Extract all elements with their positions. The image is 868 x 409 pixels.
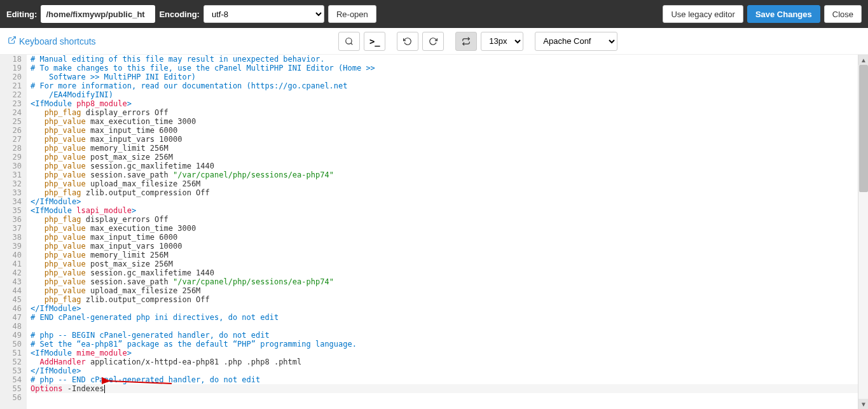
code-line[interactable]: Software >> MultiPHP INI Editor) (31, 73, 868, 81)
line-number: 35 (0, 206, 22, 215)
topbar-left: Editing: Encoding: utf-8 Re-open (6, 5, 376, 23)
code-line[interactable] (31, 322, 868, 331)
encoding-select[interactable]: utf-8 (203, 5, 324, 23)
code-line[interactable]: php_value max_execution_time 3000 (31, 117, 868, 126)
line-number: 50 (0, 340, 22, 349)
code-line[interactable]: # Manual editing of this file may result… (31, 55, 868, 64)
code-line[interactable]: php_flag display_errors Off (31, 108, 868, 117)
redo-button[interactable] (422, 32, 444, 51)
scrollbar-thumb[interactable] (859, 65, 868, 192)
line-number: 32 (0, 179, 22, 188)
code-line[interactable]: php_value post_max_size 256M (31, 260, 868, 268)
code-line[interactable]: <IfModule php8_module> (31, 99, 868, 108)
code-line[interactable]: # To make changes to this file, use the … (31, 64, 868, 73)
code-line[interactable]: php_flag display_errors Off (31, 215, 868, 224)
code-line[interactable]: php_value memory_limit 256M (31, 251, 868, 260)
line-number: 23 (0, 99, 22, 108)
scroll-up-icon[interactable]: ▲ (858, 55, 868, 65)
scroll-down-icon[interactable]: ▼ (858, 399, 868, 409)
line-number: 30 (0, 162, 22, 170)
line-number: 29 (0, 153, 22, 162)
code-line[interactable]: php_value post_max_size 256M (31, 153, 868, 162)
code-line[interactable]: AddHandler application/x-httpd-ea-php81 … (31, 357, 868, 366)
code-line[interactable]: <IfModule mime_module> (31, 349, 868, 357)
code-line[interactable]: php_flag zlib.output_compression Off (31, 295, 868, 304)
code-line[interactable]: php_value max_input_vars 10000 (31, 135, 868, 144)
line-number: 47 (0, 313, 22, 322)
font-size-select[interactable]: 13px (481, 32, 523, 51)
toolbar: Keyboard shortcuts >_ 13px Apache Conf (0, 28, 868, 55)
vertical-scrollbar[interactable]: ▲ ▼ (858, 55, 868, 409)
line-number: 40 (0, 251, 22, 260)
code-line[interactable]: php_value upload_max_filesize 256M (31, 286, 868, 295)
keyboard-shortcuts-link[interactable]: Keyboard shortcuts (8, 36, 96, 46)
line-number: 56 (0, 393, 22, 402)
reopen-button[interactable]: Re-open (328, 5, 376, 23)
code-line[interactable]: php_value session.save_path "/var/cpanel… (31, 277, 868, 286)
code-line[interactable]: php_value memory_limit 256M (31, 144, 868, 153)
line-number: 28 (0, 144, 22, 153)
code-line[interactable]: # END cPanel-generated php ini directive… (31, 313, 868, 322)
line-number: 36 (0, 215, 22, 224)
code-line[interactable]: # Set the “ea-php81” package as the defa… (31, 340, 868, 349)
code-line[interactable]: </IfModule> (31, 366, 868, 375)
line-number-gutter: 1819202122232425262728293031323334353637… (0, 55, 27, 409)
search-button[interactable] (338, 32, 360, 51)
line-number: 48 (0, 322, 22, 331)
code-line[interactable]: php_value max_input_time 6000 (31, 126, 868, 135)
line-number: 26 (0, 126, 22, 135)
code-line[interactable]: <IfModule lsapi_module> (31, 206, 868, 215)
line-number: 31 (0, 170, 22, 179)
code-line[interactable]: # php -- END cPanel-generated handler, d… (31, 375, 868, 384)
encoding-label: Encoding: (159, 10, 200, 19)
undo-button[interactable] (397, 32, 418, 51)
line-number: 45 (0, 295, 22, 304)
code-content[interactable]: # Manual editing of this file may result… (27, 55, 868, 409)
code-line[interactable]: </IfModule> (31, 197, 868, 206)
code-line[interactable]: php_value max_execution_time 3000 (31, 224, 868, 233)
language-select[interactable]: Apache Conf (535, 32, 617, 51)
path-input[interactable] (41, 5, 155, 23)
code-line[interactable]: # php -- BEGIN cPanel-generated handler,… (31, 331, 868, 340)
line-number: 27 (0, 135, 22, 144)
code-line[interactable]: # For more information, read our documen… (31, 81, 868, 90)
topbar: Editing: Encoding: utf-8 Re-open Use leg… (0, 0, 868, 28)
code-line[interactable]: php_value session.gc_maxlifetime 1440 (31, 268, 868, 277)
line-number: 44 (0, 286, 22, 295)
legacy-editor-button[interactable]: Use legacy editor (663, 5, 743, 23)
code-line[interactable]: Options -Indexes (31, 384, 868, 393)
line-number: 22 (0, 90, 22, 99)
external-link-icon (8, 36, 17, 46)
code-line[interactable]: php_value upload_max_filesize 256M (31, 179, 868, 188)
line-number: 24 (0, 108, 22, 117)
save-changes-button[interactable]: Save Changes (747, 5, 820, 23)
code-line[interactable]: php_value session.save_path "/var/cpanel… (31, 170, 868, 179)
line-number: 54 (0, 375, 22, 384)
topbar-right: Use legacy editor Save Changes Close (663, 5, 862, 23)
line-number: 37 (0, 224, 22, 233)
keyboard-shortcuts-label: Keyboard shortcuts (19, 36, 96, 46)
line-number: 21 (0, 81, 22, 90)
svg-line-2 (351, 43, 353, 45)
code-line[interactable]: php_value session.gc_maxlifetime 1440 (31, 162, 868, 170)
code-line[interactable]: /EA4ModifyINI) (31, 90, 868, 99)
code-line[interactable]: php_value max_input_vars 10000 (31, 242, 868, 251)
line-number: 20 (0, 73, 22, 81)
editor-area[interactable]: 1819202122232425262728293031323334353637… (0, 55, 868, 409)
code-line[interactable]: php_value max_input_time 6000 (31, 233, 868, 242)
wrap-button[interactable] (455, 32, 477, 51)
toolbar-center: >_ 13px Apache Conf (338, 32, 617, 51)
terminal-icon: >_ (369, 36, 380, 46)
code-line[interactable]: php_flag zlib.output_compression Off (31, 188, 868, 197)
terminal-button[interactable]: >_ (364, 32, 385, 51)
line-number: 34 (0, 197, 22, 206)
line-number: 46 (0, 304, 22, 313)
code-line[interactable] (31, 393, 868, 402)
close-button[interactable]: Close (824, 5, 862, 23)
line-number: 52 (0, 357, 22, 366)
line-number: 53 (0, 366, 22, 375)
code-line[interactable]: </IfModule> (31, 304, 868, 313)
line-number: 25 (0, 117, 22, 126)
line-number: 55 (0, 384, 22, 393)
line-number: 38 (0, 233, 22, 242)
